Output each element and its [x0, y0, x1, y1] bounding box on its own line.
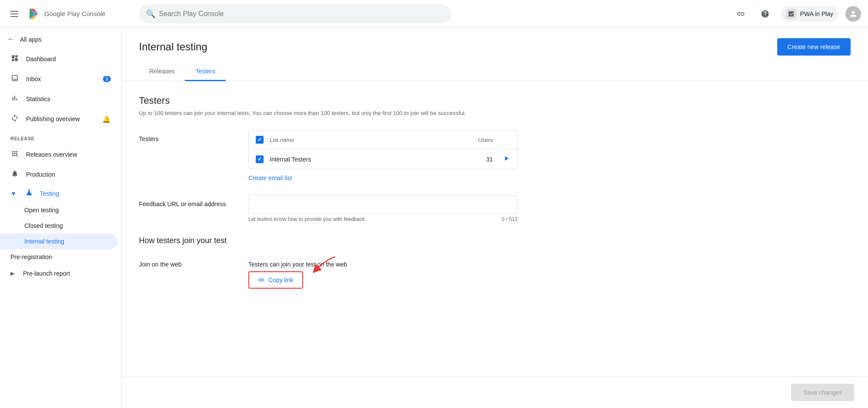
- all-apps-label: All apps: [20, 36, 42, 43]
- release-section-label: Release: [0, 129, 121, 145]
- save-bar: Save changes: [122, 376, 868, 408]
- sidebar-item-pre-registration[interactable]: Pre-registration: [0, 249, 118, 265]
- testers-field-value: List name Users Internal Testers 31: [248, 130, 851, 181]
- feedback-char-count: 0 / 512: [502, 216, 518, 222]
- app-name: Google Play Console: [44, 10, 106, 17]
- app-chip-icon: [786, 9, 796, 19]
- search-bar[interactable]: 🔍: [139, 4, 452, 23]
- testers-field-row: Testers List name Users: [139, 130, 851, 181]
- testing-icon: [25, 189, 33, 198]
- page-header: Internal testing Create new release: [122, 28, 868, 63]
- feedback-field-row: Feedback URL or email address Let tester…: [139, 195, 851, 222]
- testing-label: Testing: [40, 190, 59, 197]
- row-users-count: 31: [458, 156, 493, 163]
- header-checkbox-col: [256, 136, 270, 144]
- table-header: List name Users: [249, 131, 517, 149]
- main-layout: ← All apps Dashboard Inbox 9 Statistics: [0, 28, 868, 408]
- sidebar-item-publishing[interactable]: Publishing overview 🔔: [0, 109, 118, 129]
- statistics-icon: [10, 94, 19, 104]
- app-chip-text: PWA in Play: [800, 10, 833, 17]
- sidebar-item-open-testing[interactable]: Open testing: [0, 202, 118, 218]
- select-all-checkbox[interactable]: [256, 136, 264, 144]
- publishing-icon: [10, 114, 19, 124]
- feedback-hint: Let testers know how to provide you with…: [248, 216, 518, 222]
- join-web-label: Join on the web: [139, 256, 234, 289]
- inbox-icon: [10, 74, 19, 84]
- header-users: Users: [458, 137, 493, 143]
- hamburger-menu[interactable]: [7, 7, 22, 20]
- statistics-label: Statistics: [26, 95, 50, 102]
- create-release-button[interactable]: Create new release: [777, 38, 851, 56]
- open-testing-label: Open testing: [24, 207, 59, 214]
- dashboard-label: Dashboard: [26, 56, 56, 63]
- feedback-hint-left: Let testers know how to provide you with…: [248, 216, 365, 222]
- join-web-field-row: Join on the web Testers can join your te…: [139, 256, 851, 289]
- row-list-name: Internal Testers: [270, 156, 458, 163]
- sidebar-item-dashboard[interactable]: Dashboard: [0, 49, 118, 69]
- feedback-input[interactable]: [248, 195, 518, 214]
- production-icon: [10, 170, 19, 179]
- sidebar-item-pre-launch[interactable]: ▶ Pre-launch report: [0, 265, 118, 282]
- closed-testing-label: Closed testing: [24, 222, 63, 229]
- logo-icon: [27, 7, 41, 21]
- row-arrow-icon[interactable]: [493, 155, 510, 164]
- tab-testers[interactable]: Testers: [185, 63, 225, 81]
- create-email-list-link[interactable]: Create email list: [248, 174, 292, 181]
- back-arrow-icon: ←: [7, 35, 15, 44]
- sidebar-item-inbox[interactable]: Inbox 9: [0, 69, 118, 89]
- internal-testing-label: Internal testing: [24, 238, 64, 245]
- search-input[interactable]: [159, 10, 445, 18]
- pre-registration-label: Pre-registration: [10, 253, 52, 260]
- help-icon-btn[interactable]: [756, 5, 774, 23]
- logo-area: Google Play Console: [27, 7, 106, 21]
- copy-link-text: Copy link: [268, 276, 294, 283]
- production-label: Production: [26, 171, 55, 178]
- inbox-label: Inbox: [26, 76, 41, 82]
- tabs-bar: Releases Testers: [122, 63, 868, 81]
- search-icon: 🔍: [146, 9, 155, 19]
- join-web-value: Testers can join your test on the web Co…: [248, 256, 851, 289]
- sidebar: ← All apps Dashboard Inbox 9 Statistics: [0, 28, 122, 408]
- testers-description: Up to 100 testers can join your internal…: [139, 110, 530, 116]
- row-checkbox[interactable]: [256, 155, 264, 163]
- copy-link-button[interactable]: Copy link: [248, 271, 303, 289]
- table-row: Internal Testers 31: [249, 149, 517, 169]
- topbar-left: Google Play Console: [7, 7, 129, 21]
- sidebar-item-statistics[interactable]: Statistics: [0, 89, 118, 109]
- inbox-badge: 9: [103, 76, 111, 82]
- feedback-field-label: Feedback URL or email address: [139, 195, 234, 222]
- sidebar-item-closed-testing[interactable]: Closed testing: [0, 218, 118, 234]
- tab-releases[interactable]: Releases: [139, 63, 185, 81]
- topbar-right: PWA in Play: [732, 5, 861, 23]
- topbar: Google Play Console 🔍 PWA in Play: [0, 0, 868, 28]
- user-avatar[interactable]: [845, 6, 861, 22]
- publishing-label: Publishing overview: [26, 115, 80, 122]
- row-checkbox-col: [256, 155, 270, 163]
- notification-off-icon: 🔔: [102, 115, 111, 123]
- testers-field-label: Testers: [139, 130, 234, 181]
- app-chip[interactable]: PWA in Play: [781, 6, 838, 22]
- testers-content: Testers Up to 100 testers can join your …: [122, 81, 868, 316]
- red-arrow-annotation: [309, 255, 340, 276]
- sidebar-item-production[interactable]: Production: [0, 165, 118, 184]
- copy-link-area: Copy link: [248, 268, 303, 289]
- all-apps-button[interactable]: ← All apps: [0, 28, 121, 49]
- sidebar-item-testing[interactable]: ▼ Testing: [0, 184, 121, 202]
- testers-table: List name Users Internal Testers 31: [248, 130, 518, 169]
- dashboard-icon: [10, 54, 19, 64]
- feedback-field-value: Let testers know how to provide you with…: [248, 195, 518, 222]
- join-section-title: How testers join your test: [139, 236, 851, 245]
- link-icon-btn[interactable]: [732, 5, 749, 23]
- page-title: Internal testing: [139, 41, 207, 53]
- save-changes-button[interactable]: Save changes: [791, 384, 854, 401]
- chevron-right-icon: ▶: [10, 270, 14, 276]
- sidebar-item-internal-testing[interactable]: Internal testing: [0, 234, 118, 249]
- releases-overview-label: Releases overview: [26, 151, 77, 158]
- chevron-down-icon: ▼: [10, 190, 17, 197]
- sidebar-item-releases-overview[interactable]: Releases overview: [0, 145, 118, 165]
- header-list-name: List name: [270, 137, 458, 143]
- testers-section-title: Testers: [139, 95, 851, 106]
- pre-launch-label: Pre-launch report: [23, 270, 70, 277]
- releases-overview-icon: [10, 150, 19, 159]
- main-content: Internal testing Create new release Rele…: [122, 28, 868, 408]
